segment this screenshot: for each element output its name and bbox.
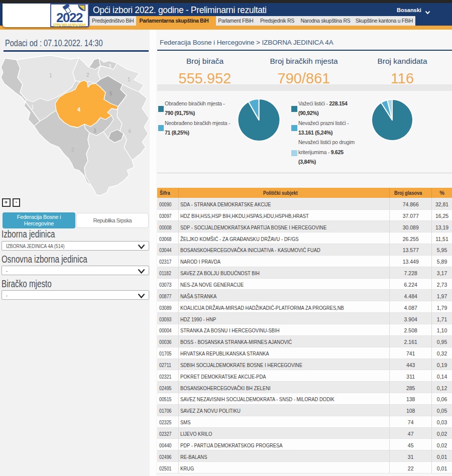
svg-text:1: 1 [128,77,131,82]
svg-text:3: 3 [108,64,111,69]
svg-text:2: 2 [86,72,89,78]
svg-text:4: 4 [77,106,81,112]
svg-text:5: 5 [109,91,112,96]
svg-text:2: 2 [71,147,74,153]
svg-text:1: 1 [49,73,52,78]
svg-text:IZBORI ИЗБОРИ: IZBORI ИЗБОРИ [53,23,86,28]
svg-text:1: 1 [31,104,34,110]
svg-text:3: 3 [93,128,96,134]
svg-text:4: 4 [128,129,131,134]
